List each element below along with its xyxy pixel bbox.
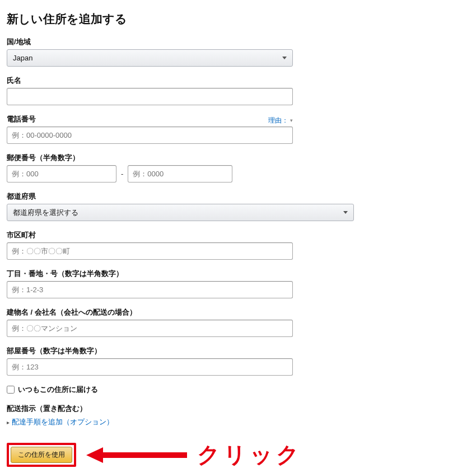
prefecture-select[interactable]: 都道府県を選択する	[7, 204, 354, 221]
fullname-input[interactable]	[7, 88, 293, 105]
fullname-label: 氏名	[7, 76, 469, 86]
phone-hint-link[interactable]: 理由： ▾	[268, 116, 293, 125]
caret-right-icon: ▸	[7, 419, 10, 425]
page-title: 新しい住所を追加する	[7, 11, 469, 27]
street-input[interactable]	[7, 281, 293, 298]
arrow-left-icon	[86, 446, 187, 464]
default-address-label[interactable]: いつもこの住所に届ける	[18, 385, 98, 395]
use-this-address-button[interactable]: この住所を使用	[11, 447, 72, 463]
country-label: 国/地域	[7, 37, 469, 47]
building-input[interactable]	[7, 320, 293, 337]
country-select[interactable]: Japan	[7, 49, 293, 67]
postal-label: 郵便番号（半角数字）	[7, 153, 469, 163]
delivery-label: 配送指示（置き配含む）	[7, 404, 469, 414]
prefecture-select-value: 都道府県を選択する	[13, 208, 78, 218]
city-input[interactable]	[7, 242, 293, 260]
svg-marker-1	[86, 447, 103, 463]
chevron-down-icon	[282, 57, 287, 59]
country-select-value: Japan	[13, 54, 32, 62]
postal-input-1[interactable]	[7, 165, 116, 182]
room-input[interactable]	[7, 358, 293, 376]
postal-dash: -	[121, 170, 123, 178]
chevron-down-icon	[343, 211, 348, 214]
phone-input[interactable]	[7, 127, 293, 144]
delivery-instructions-link[interactable]: ▸ 配達手順を追加（オプション）	[7, 417, 114, 427]
chevron-down-icon: ▾	[290, 118, 293, 123]
click-annotation: クリック	[197, 439, 302, 468]
delivery-link-text: 配達手順を追加（オプション）	[12, 417, 114, 427]
street-label: 丁目・番地・号（数字は半角数字）	[7, 269, 469, 279]
prefecture-label: 都道府県	[7, 191, 469, 202]
city-label: 市区町村	[7, 230, 469, 240]
building-label: 建物名 / 会社名（会社への配送の場合）	[7, 307, 469, 317]
submit-highlight-box: この住所を使用	[7, 443, 76, 467]
phone-hint-text: 理由：	[268, 116, 288, 125]
phone-label: 電話番号	[7, 114, 36, 124]
default-address-checkbox[interactable]	[7, 386, 15, 394]
postal-input-2[interactable]	[128, 165, 232, 182]
room-label: 部屋番号（数字は半角数字）	[7, 346, 469, 356]
